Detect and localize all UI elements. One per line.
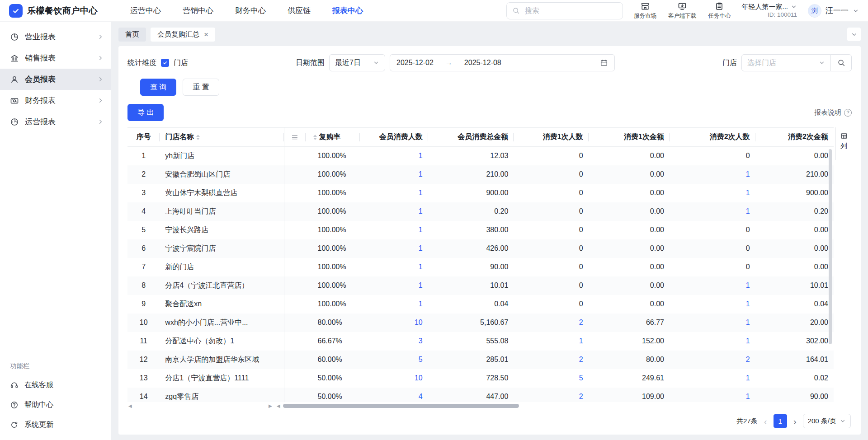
prev-page-button[interactable]: ‹ (764, 417, 767, 426)
reset-button[interactable]: 重 置 (183, 79, 219, 96)
dimension-filter: 统计维度 门店 (127, 58, 188, 68)
sidebar-item-3[interactable]: 会员报表 (0, 69, 111, 90)
sort-icon[interactable] (196, 135, 200, 140)
cell-link[interactable]: 4 (419, 393, 423, 400)
sort-icon[interactable] (313, 135, 317, 140)
column-settings-button[interactable]: 列 (835, 127, 852, 160)
client-download-button[interactable]: 客户端下载 (668, 2, 697, 20)
cell-link[interactable]: 1 (579, 337, 583, 345)
cell-link[interactable]: 5 (579, 374, 583, 382)
cell-twice_users: 1 (670, 369, 755, 388)
report-help[interactable]: 报表说明 ? (814, 108, 852, 117)
top-menu-item-1[interactable]: 运营中心 (130, 5, 161, 16)
tab-1[interactable]: 首页 (118, 28, 146, 42)
tab-close-icon[interactable]: × (204, 31, 208, 38)
top-menu-item-3[interactable]: 财务中心 (235, 5, 266, 16)
sidebar-item-1[interactable]: 营业报表 (0, 26, 111, 47)
table-zone: 序号门店名称复购率会员消费人数会员消费总金额消费1次人数消费1次金额消费2次人数… (127, 127, 852, 409)
next-page-button[interactable]: › (793, 417, 797, 426)
sidebar-footer-item-1[interactable]: 在线客服 (0, 375, 111, 395)
cell-link[interactable]: 1 (746, 374, 750, 382)
sidebar-footer-item-3[interactable]: 系统更新 (0, 415, 111, 435)
cell-rate: 100.00% (306, 221, 360, 239)
query-button[interactable]: 查 询 (140, 79, 176, 96)
horizontal-scrollbar-thumb[interactable] (283, 404, 519, 408)
search-input[interactable] (524, 6, 617, 15)
filter-actions: 查 询 重 置 (140, 79, 852, 96)
cell-link[interactable]: 1 (746, 170, 750, 178)
cell-link[interactable]: 2 (746, 356, 750, 363)
cell-link[interactable]: 1 (746, 318, 750, 326)
cell-link[interactable]: 1 (746, 393, 750, 400)
cell-link[interactable]: 1 (419, 152, 423, 159)
cell-link[interactable]: 1 (419, 226, 423, 234)
tab-2[interactable]: 会员复购汇总× (151, 28, 215, 42)
store-select[interactable]: 选择门店 (741, 54, 831, 71)
cell-twice_users: 1 (670, 276, 755, 295)
service-market-button[interactable]: 服务市场 (634, 2, 656, 20)
col-header-consume_users: 会员消费人数 (360, 128, 428, 147)
col-header-rate[interactable]: 复购率 (306, 128, 360, 147)
cell-link[interactable]: 1 (419, 281, 423, 289)
tab-expand-button[interactable] (847, 28, 861, 41)
cell-link[interactable]: 2 (579, 318, 583, 326)
page-size-select[interactable]: 200 条/页 (803, 414, 851, 428)
top-menu-item-4[interactable]: 供应链 (288, 5, 311, 16)
top-menu-item-5[interactable]: 报表中心 (332, 5, 363, 16)
cell-name: 分配送中心（勿改）1 (160, 332, 284, 351)
horizontal-scrollbar[interactable]: ◀ ▶ ◀ (127, 403, 834, 408)
sidebar-footer-item-2[interactable]: 帮助中心 (0, 395, 111, 415)
top-menu-item-2[interactable]: 营销中心 (183, 5, 213, 16)
date-preset-select[interactable]: 最近7日 (329, 54, 385, 71)
cell-name: 上海叮叮当门店 (160, 202, 284, 221)
cell-link[interactable]: 10 (415, 318, 423, 326)
cell-link[interactable]: 1 (419, 170, 423, 178)
global-search[interactable] (506, 2, 623, 19)
cell-link[interactable]: 1 (419, 207, 423, 215)
task-center-button[interactable]: 任务中心 (708, 2, 731, 20)
quick-action-label: 任务中心 (708, 12, 731, 20)
sidebar-item-2[interactable]: 销售报表 (0, 47, 111, 69)
sidebar-item-4[interactable]: 财务报表 (0, 90, 111, 111)
cell-link[interactable]: 2 (579, 356, 583, 363)
col-header-name[interactable]: 门店名称 (160, 128, 284, 147)
cell-link[interactable]: 1 (746, 300, 750, 308)
cell-name: wxh的小小门店...营业中... (160, 314, 284, 332)
cell-link[interactable]: 1 (746, 207, 750, 215)
cell-idx: 1 (127, 147, 160, 165)
cell-link[interactable]: 1 (746, 337, 750, 345)
cell-twice_amount: 0.00 (755, 147, 834, 165)
sidebar-item-5[interactable]: 运营报表 (0, 111, 111, 132)
cell-link[interactable]: 1 (419, 244, 423, 252)
download-icon (678, 2, 687, 11)
cell-link[interactable]: 5 (419, 356, 423, 363)
vertical-scrollbar[interactable] (829, 149, 832, 344)
cell-name: 黄山休宁木梨硔直营店 (160, 184, 284, 202)
scroll-right-arrow-icon[interactable]: ▶ (269, 403, 272, 408)
cell-link[interactable]: 1 (419, 263, 423, 271)
cell-consume_users: 1 (360, 165, 428, 184)
cell-link[interactable]: 1 (746, 281, 750, 289)
scroll-left-arrow-icon[interactable]: ◀ (277, 403, 280, 408)
rows-icon[interactable] (290, 133, 300, 141)
export-button[interactable]: 导 出 (127, 104, 164, 121)
cell-link[interactable]: 1 (419, 300, 423, 308)
cell-link[interactable]: 1 (746, 189, 750, 197)
page-number[interactable]: 1 (774, 414, 787, 428)
date-separator: → (445, 59, 453, 67)
cell-link[interactable]: 1 (419, 189, 423, 197)
cell-name: yh新门店 (160, 147, 284, 165)
user-menu[interactable]: 浏 汪一一 (808, 4, 859, 18)
scroll-left-arrow-icon[interactable]: ◀ (128, 403, 132, 408)
col-header-menu[interactable] (284, 128, 306, 147)
tab-label: 首页 (125, 30, 139, 39)
cell-link[interactable]: 3 (419, 337, 423, 345)
store-search-button[interactable] (831, 54, 852, 71)
table-row: 3黄山休宁木梨硔直营店100.00%1900.0000.001900.00 (127, 184, 834, 202)
cell-link[interactable]: 10 (415, 374, 423, 382)
dimension-store-checkbox[interactable] (161, 59, 169, 67)
cell-link[interactable]: 2 (579, 393, 583, 400)
merchant-switcher[interactable]: 年轻人第一家... ID: 100011 (741, 2, 797, 19)
date-range-input[interactable]: 2025-12-02 → 2025-12-08 (390, 54, 615, 71)
table-row: 6宁波宁宸院门店100.00%1426.0000.0000.00 (127, 239, 834, 258)
